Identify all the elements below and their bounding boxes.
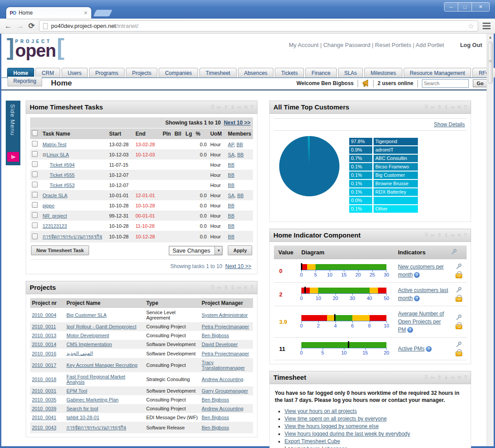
tab-reporting[interactable]: Reporting — [8, 77, 42, 86]
arrow-left-icon[interactable]: ⇐ — [430, 374, 435, 381]
task-link[interactable]: NR_project — [43, 213, 67, 218]
project-manager-link[interactable]: Ben Bigboss — [202, 415, 229, 420]
member-link[interactable]: SA — [228, 152, 234, 157]
arrow-up-icon[interactable]: ⇑ — [437, 232, 441, 238]
help-icon[interactable]: ? — [464, 232, 467, 238]
arrow-right-icon[interactable]: ⇒ — [237, 104, 242, 110]
wrench-icon[interactable] — [456, 263, 462, 269]
project-manager-link[interactable]: Andrew Accounting — [202, 377, 243, 382]
task-link[interactable]: pippo — [43, 203, 55, 208]
lock-icon[interactable] — [456, 351, 462, 356]
browser-tab[interactable]: PO Home ✕ — [6, 7, 91, 19]
task-link[interactable]: Matrix-Test — [43, 142, 66, 147]
collapse-icon[interactable]: ⊟ — [43, 152, 46, 157]
project-name-link[interactable]: Motor Development — [66, 333, 109, 338]
row-checkbox[interactable] — [32, 234, 38, 239]
arrow-right-icon[interactable]: ⇒ — [237, 284, 242, 291]
project-nr-link[interactable]: 2010_0041 — [32, 415, 56, 420]
project-manager-link[interactable]: David Developer — [202, 342, 238, 347]
help-icon[interactable]: ? — [414, 296, 420, 301]
action-select[interactable]: Save Changes ▼ — [169, 246, 222, 255]
row-checkbox[interactable] — [32, 171, 38, 177]
row-checkbox[interactable] — [32, 192, 38, 198]
tab-companies[interactable]: Companies — [159, 68, 198, 78]
project-manager-link[interactable]: Tracy Translationmanager — [202, 360, 245, 370]
apply-button[interactable]: Apply — [228, 245, 252, 255]
project-manager-link[interactable]: Ben Bigboss — [202, 397, 229, 402]
project-nr-link[interactable]: 2010_0016 — [32, 351, 56, 356]
arrow-left-icon[interactable]: ⇐ — [430, 104, 435, 110]
task-link[interactable]: Linux SLA — [47, 152, 69, 157]
task-link[interactable]: Ticket #555 — [50, 172, 74, 178]
tab-home[interactable]: Home — [7, 68, 34, 78]
search-input[interactable] — [422, 79, 469, 88]
go-button[interactable]: Go — [473, 79, 487, 87]
indicator-link[interactable]: Active PMs — [398, 346, 425, 352]
move-icon[interactable]: ⠿ — [211, 104, 215, 110]
side-menu[interactable]: Side Menu — [6, 101, 20, 165]
project-nr-link[interactable]: 2010_0017 — [32, 362, 56, 368]
arrow-right-icon[interactable]: ⇒ — [451, 232, 455, 238]
arrow-down-icon[interactable]: ⇓ — [444, 232, 448, 238]
row-checkbox[interactable] — [32, 202, 38, 208]
member-link[interactable]: BB — [237, 193, 244, 198]
wrench-icon[interactable] — [451, 249, 457, 255]
timesheet-link[interactable]: View hours logged during the last week b… — [285, 431, 410, 437]
arrow-up-icon[interactable]: ⇑ — [223, 104, 228, 110]
arrow-down-icon[interactable]: ⇓ — [230, 104, 234, 110]
close-icon[interactable]: ✕ — [457, 232, 462, 238]
project-name-link[interactable]: المبنى الجديد — [66, 351, 93, 356]
member-link[interactable]: SA — [228, 193, 234, 198]
timesheet-link[interactable]: View time spent on all projects by every… — [285, 416, 387, 422]
forward-icon[interactable]: → — [16, 22, 24, 31]
project-manager-link[interactable]: Petra Projectmanager — [202, 351, 249, 356]
arrow-down-icon[interactable]: ⇓ — [230, 284, 234, 291]
timesheet-link[interactable]: hours — [307, 446, 320, 448]
project-manager-link[interactable]: Ben Bigboss — [202, 425, 229, 430]
logout-link[interactable]: Log Out — [460, 42, 482, 48]
member-link[interactable]: BB — [228, 172, 234, 178]
project-name-link[interactable]: ]po[ Rollout - Gantt Demoproject — [66, 324, 136, 329]
project-manager-link[interactable]: System Administrator — [202, 312, 248, 318]
member-link[interactable]: AP — [228, 142, 234, 147]
help-icon[interactable]: ? — [250, 284, 253, 291]
tab-timesheet[interactable]: Timesheet — [199, 68, 237, 78]
row-checkbox[interactable] — [32, 151, 38, 157]
row-checkbox[interactable] — [32, 141, 38, 147]
arrow-up-icon[interactable]: ⇑ — [437, 104, 441, 110]
help-icon[interactable]: ? — [407, 327, 413, 333]
move-icon[interactable]: ⠿ — [425, 104, 429, 110]
member-link[interactable]: BB — [228, 203, 234, 208]
help-icon[interactable]: ? — [426, 346, 432, 352]
project-name-link[interactable]: EPM Tool — [66, 388, 87, 393]
project-nr-link[interactable]: 2010_0043 — [32, 425, 56, 430]
task-link[interactable]: การจัดการกระบวนการธุรกิจ — [43, 234, 102, 239]
close-icon[interactable]: ✕ — [457, 374, 462, 381]
tab-resource-management[interactable]: Resource Management — [404, 68, 472, 78]
tab-slas[interactable]: SLAs — [338, 68, 363, 78]
header-link-reset-portlets[interactable]: Reset Portlets — [375, 42, 411, 48]
project-nr-link[interactable]: 2010_0018 — [32, 377, 56, 382]
row-checkbox[interactable] — [32, 161, 38, 167]
project-manager-link[interactable]: Petra Projectmanager — [202, 324, 249, 329]
scroll-up-icon[interactable]: ▲ — [487, 34, 494, 39]
new-tab-button[interactable] — [94, 10, 113, 16]
project-nr-link[interactable]: 2010_0035 — [32, 397, 56, 402]
lock-icon[interactable] — [456, 324, 462, 329]
member-link[interactable]: BB — [228, 213, 234, 218]
member-link[interactable]: BB — [228, 234, 234, 239]
header-link-my-account[interactable]: My Account — [289, 42, 319, 48]
scrollbar-thumb[interactable] — [488, 42, 493, 84]
task-link[interactable]: Oracle SLA — [43, 193, 67, 198]
project-manager-link[interactable]: Garry Groupmanager — [202, 388, 248, 393]
help-icon[interactable]: ? — [414, 272, 420, 278]
arrow-down-icon[interactable]: ⇓ — [444, 374, 448, 381]
move-icon[interactable]: ⠿ — [211, 284, 215, 291]
arrow-right-icon[interactable]: ⇒ — [451, 104, 455, 110]
arrow-down-icon[interactable]: ⇓ — [444, 104, 448, 110]
page-scrollbar[interactable]: ▲ — [487, 34, 494, 446]
indicator-link[interactable]: Active customers last month — [398, 287, 448, 301]
tab-projects[interactable]: Projects — [126, 68, 157, 78]
address-bar[interactable]: po40dev.project-open.net/intranet/ ☆ — [39, 20, 478, 31]
project-name-link[interactable]: Big Customer SLA — [66, 312, 106, 318]
